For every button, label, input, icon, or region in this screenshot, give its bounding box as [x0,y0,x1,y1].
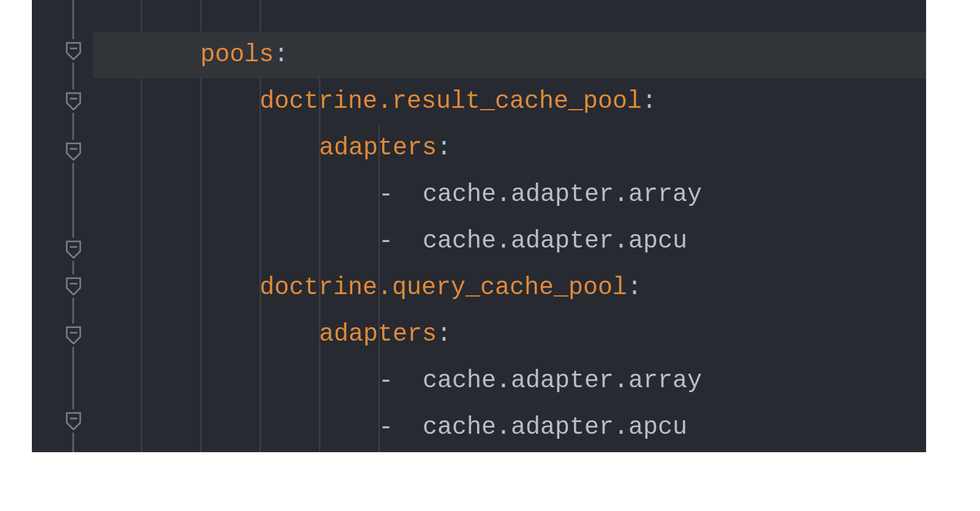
yaml-colon: : [627,265,642,311]
yaml-key: pools [200,32,274,78]
fold-marker-icon[interactable] [65,141,82,161]
gutter-line [72,433,74,452]
gutter-line [72,0,74,39]
gutter-line [72,347,74,409]
gutter-line [72,62,74,89]
fold-marker-icon[interactable] [65,40,82,60]
gutter-line [72,261,74,274]
code-line[interactable]: pools: [93,32,926,78]
code-line[interactable]: - cache.adapter.array [93,172,926,218]
yaml-value: cache.adapter.array [423,172,702,218]
code-line[interactable]: - cache.adapter.apcu [93,218,926,265]
fold-marker-icon[interactable] [65,325,82,344]
gutter-line [72,163,74,238]
gutter-line [72,298,74,324]
editor-frame: pools: doctrine.result_cache_pool: adapt… [32,0,926,452]
yaml-colon: : [437,125,451,172]
code-line[interactable]: adapters: [93,125,926,172]
yaml-list-dash: - [379,218,393,265]
yaml-list-dash: - [379,172,393,218]
fold-marker-icon[interactable] [65,276,82,295]
fold-marker-icon[interactable] [65,91,82,110]
gutter-line [72,113,74,140]
yaml-colon: : [642,78,657,125]
yaml-key: adapters [319,125,437,172]
yaml-list-dash: - [379,404,393,451]
yaml-key: doctrine.result_cache_pool [260,78,642,125]
fold-marker-icon[interactable] [65,411,82,430]
fold-marker-icon[interactable] [65,239,82,259]
yaml-value: cache.adapter.apcu [423,404,687,451]
code-line[interactable] [93,0,926,25]
code-line[interactable]: doctrine.result_cache_pool: [93,78,926,125]
code-line[interactable]: - cache.adapter.apcu [93,404,926,451]
editor-gutter [32,0,93,452]
code-line[interactable]: - cache.adapter.array [93,358,926,404]
code-line[interactable]: adapters: [93,311,926,358]
yaml-key: doctrine.query_cache_pool [260,265,627,311]
yaml-value: cache.adapter.array [423,358,702,404]
yaml-value: cache.adapter.apcu [423,218,687,265]
yaml-key: adapters [319,311,437,358]
code-line[interactable]: doctrine.query_cache_pool: [93,265,926,311]
editor-code-area[interactable]: pools: doctrine.result_cache_pool: adapt… [93,0,926,452]
yaml-list-dash: - [379,358,393,404]
yaml-colon: : [274,32,288,78]
yaml-colon: : [437,311,451,358]
